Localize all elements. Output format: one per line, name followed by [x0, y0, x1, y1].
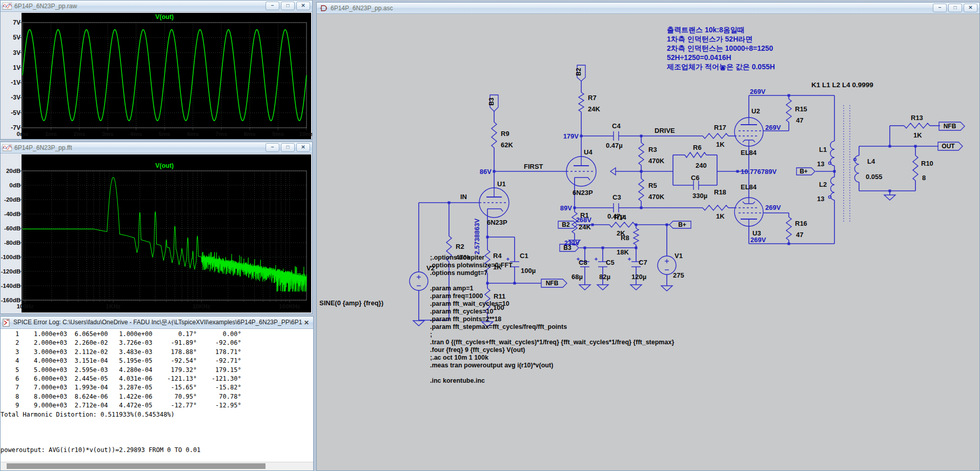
schematic-label: 1K [913, 131, 922, 139]
fft-plot[interactable]: V(out)20dB0dB-20dB-40dB-60dB-80dB-100dB-… [1, 153, 312, 313]
spice-directive: ; [430, 331, 432, 338]
x-tick-label: 0ms [16, 131, 28, 137]
schematic-label: R18 [714, 188, 726, 196]
trace-label: V(out) [155, 162, 174, 169]
schematic-label: R2 [456, 243, 464, 250]
schematic-label: 100µ [521, 267, 536, 274]
spice-directive: .tran 0 {(fft_cycles+fft_wait_cycles)*1/… [430, 339, 674, 346]
schematic-label: DRIVE [655, 127, 675, 134]
window-title: 6P14P_6N23P_pp.fft [14, 144, 263, 151]
scrollbar-thumb[interactable] [7, 463, 266, 469]
waveform-window: 6P14P_6N23P_pp.raw – □ ✕ V(out)7V5V3V1V-… [0, 0, 313, 140]
schematic-label: R9 [501, 130, 509, 138]
maximize-button[interactable]: □ [281, 143, 295, 152]
y-tick-label: -1V [11, 79, 21, 86]
fft-titlebar[interactable]: 6P14P_6N23P_pp.fft – □ ✕ [1, 142, 312, 153]
x-tick-label: 10ms [299, 131, 312, 137]
x-tick-label: 100Hz [16, 303, 33, 309]
annotation-korean: 제조업체가 적어놓은 값은 0.055H [666, 63, 775, 71]
schematic-label: L1 [819, 146, 827, 153]
waveform-titlebar[interactable]: 6P14P_6N23P_pp.raw – □ ✕ [1, 1, 312, 12]
x-tick-label: 7ms [215, 131, 227, 137]
schematic-label: 0.47µ [606, 142, 623, 149]
schematic-label: C4 [612, 122, 621, 130]
spice-directive: .param fft_wait_cycles=10 [430, 300, 509, 307]
schematic-label: SINE(0 {amp} {freq}) [319, 299, 383, 307]
y-tick-label: -120dB [1, 268, 21, 274]
schematic-label: R7 [588, 94, 597, 102]
schematic-label: R14 [614, 213, 627, 221]
schematic-label: 0.055 [866, 173, 883, 181]
y-tick-label: 20dB [6, 168, 21, 174]
schematic-label: EL84 [741, 149, 757, 156]
schematic-label: 8 [922, 174, 926, 182]
x-tick-label: 2ms [73, 131, 85, 137]
schematic-label: 47 [796, 231, 803, 239]
close-icon[interactable]: ✕ [302, 319, 311, 326]
schematic-label: R13 [911, 114, 923, 122]
spice-directive: .meas tran poweroutput avg i(r10)*v(out) [430, 362, 553, 369]
annotation-korean: 1차측 인덕턴스가 52H라면 [667, 35, 752, 43]
spice-directive: .options plotwinsize=0:FFT [430, 262, 513, 269]
schematic-label: 6N23P [573, 189, 593, 197]
schematic-label: R6 [693, 144, 702, 151]
schematic-label: 86V [480, 168, 492, 175]
close-button[interactable]: ✕ [296, 2, 310, 10]
fft-window: 6P14P_6N23P_pp.fft – □ ✕ V(out)20dB0dB-2… [0, 142, 313, 314]
schematic-canvas[interactable]: B3B2B2B3B+B+NFBNFBOUTR962KR724KR2470kR41… [317, 14, 979, 470]
schematic-label: C3 [612, 193, 621, 201]
x-tick-label: 1KHz [106, 303, 121, 309]
schematic-label: EL84 [741, 183, 757, 191]
waveform-pane: V(out)7V5V3V1V-1V-3V-5V-7V0ms1ms2ms3ms4m… [1, 12, 312, 139]
spice-directive: .inc korentube.inc [430, 377, 485, 384]
log-document-icon [3, 319, 11, 327]
maximize-button[interactable]: □ [281, 2, 295, 10]
maximize-button[interactable]: □ [948, 4, 962, 12]
waveform-plot[interactable]: V(out)7V5V3V1V-1V-3V-5V-7V0ms1ms2ms3ms4m… [1, 12, 312, 139]
schematic-label: 1K [716, 141, 725, 148]
net-flag-label: NFB [944, 123, 956, 130]
schematic-label: U1 [497, 180, 506, 188]
schematic-label: 6N23P [487, 219, 507, 226]
y-tick-label: -160dB [1, 297, 21, 303]
close-button[interactable]: ✕ [964, 4, 977, 12]
y-tick-label: -20dB [4, 197, 21, 203]
spice-directive: .options numdgt=7 [430, 269, 487, 277]
spice-directive: .param amp=1 [430, 285, 473, 292]
schematic-label: 62K [501, 141, 513, 149]
schematic-label: R8 [621, 234, 629, 242]
schematic-label: R10 [921, 160, 933, 167]
window-title: 6P14P_6N23P_pp.asc [331, 5, 931, 12]
log-titlebar[interactable]: SPICE Error Log: C:\Users\fadu\OneDrive … [1, 317, 313, 329]
schematic-label: C5 [606, 259, 615, 266]
schematic-label: 68µ [571, 273, 583, 281]
schematic-titlebar[interactable]: 6P14P_6N23P_pp.asc – □ ✕ [317, 3, 979, 14]
schematic-pane: B3B2B2B3B+B+NFBNFBOUTR962KR724KR2470kR41… [317, 14, 979, 470]
net-flag-label: B2 [562, 221, 570, 228]
schematic-label: R5 [648, 182, 657, 189]
annotation-korean: 52H÷1250=0.0416H [667, 53, 731, 62]
schematic-label: L2 [819, 181, 827, 188]
minimize-button[interactable]: – [266, 143, 279, 152]
y-tick-label: 1V [13, 64, 21, 71]
log-horizontal-scrollbar[interactable] [1, 462, 313, 470]
net-flag-label: B+ [678, 221, 686, 228]
schematic-label: 330µ [692, 192, 707, 200]
y-tick-label: 5V [13, 34, 21, 41]
close-button[interactable]: ✕ [296, 143, 310, 152]
schematic-label: R4 [493, 252, 502, 260]
schematic-label: R11 [494, 292, 505, 300]
schematic-label: 179V [563, 132, 579, 140]
minimize-button[interactable]: – [933, 4, 947, 12]
schematic-label: R3 [648, 146, 657, 153]
net-flag-label: NFB [546, 280, 559, 287]
minimize-button[interactable]: – [266, 2, 279, 10]
log-content[interactable]: 1 1.000e+03 6.065e+00 1.000e+00 0.17° 0.… [1, 329, 313, 462]
y-tick-label: -100dB [1, 254, 21, 260]
schematic-label: U2 [751, 107, 760, 115]
schematic-label: R16 [795, 220, 807, 227]
ltspice-desktop: { "controls":{"minimize":"–","maximize":… [0, 0, 980, 471]
schematic-label: C1 [520, 252, 528, 260]
schematic-label: 18K [617, 248, 629, 256]
spice-directive: .param fft_points=2**18 [430, 316, 501, 323]
